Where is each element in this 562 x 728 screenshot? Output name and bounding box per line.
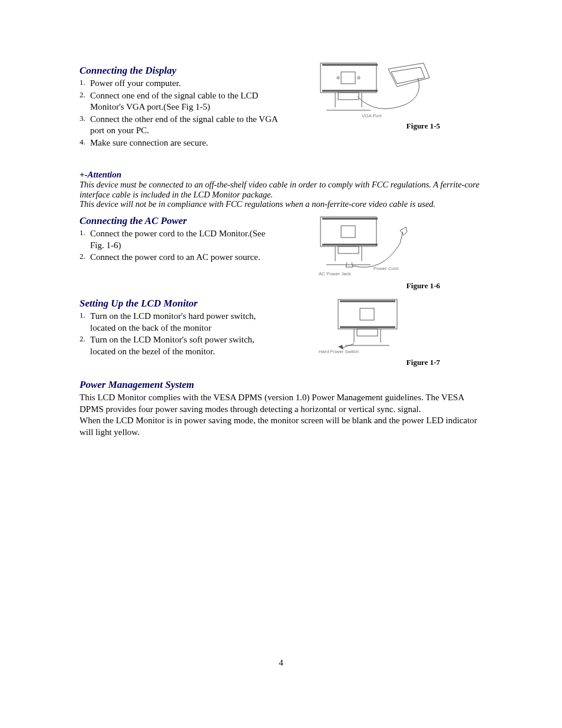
svg-rect-3: [341, 72, 355, 84]
monitor-switch-diagram-icon: Hard Power Switch: [318, 297, 424, 355]
svg-rect-13: [341, 226, 355, 238]
figure-1-7-caption: Figure 1-7: [318, 358, 440, 367]
figure-1-5-caption: Figure 1-5: [318, 121, 440, 131]
svg-rect-10: [320, 217, 376, 246]
setting-up-list: 1.Turn on the LCD monitor's hard power s…: [80, 311, 280, 357]
vga-port-label: VGA Port: [362, 113, 382, 118]
figure-1-5: VGA Port Figure 1-5: [318, 60, 482, 131]
svg-rect-22: [357, 329, 378, 336]
list-item: 3.Connect the other end of the signal ca…: [80, 114, 280, 137]
svg-rect-0: [320, 63, 376, 93]
list-item: 1.Connect the power cord to the LCD Moni…: [80, 228, 280, 251]
section-connecting-ac-power: AC Power Jack Power Cord Figure 1-6 Conn…: [80, 215, 482, 292]
list-item: 2.Connect one end of the signal cable to…: [80, 90, 280, 113]
attention-heading: +-Attention: [80, 170, 482, 180]
svg-point-4: [337, 77, 339, 79]
heading-power-management: Power Management System: [80, 379, 482, 391]
hard-power-switch-label: Hard Power Switch: [319, 349, 359, 354]
section-connecting-display: VGA Port Figure 1-5 Connecting the Displ…: [80, 65, 482, 153]
figure-1-6-caption: Figure 1-6: [318, 281, 440, 291]
power-management-body-1: This LCD Monitor complies with the VESA …: [80, 392, 482, 415]
section-setting-up: Hard Power Switch Figure 1-7 Setting Up …: [80, 298, 482, 368]
monitor-vga-diagram-icon: VGA Port: [318, 60, 447, 119]
ac-power-jack-label: AC Power Jack: [319, 271, 352, 276]
attention-body-2: This device will not be in compliance wi…: [80, 199, 482, 209]
power-management-body-2: When the LCD Monitor is in power saving …: [80, 415, 482, 438]
list-item: 4.Make sure connection are secure.: [80, 137, 280, 149]
svg-point-5: [358, 77, 360, 79]
attention-block: +-Attention This device must be connecte…: [80, 170, 482, 209]
svg-rect-21: [360, 308, 374, 320]
power-cord-label: Power Cord: [373, 266, 398, 271]
svg-rect-18: [338, 299, 397, 329]
connecting-display-list: 1.Power off your computer. 2.Connect one…: [80, 78, 280, 149]
attention-body-1: This device must be connected to an off-…: [80, 180, 482, 199]
svg-rect-14: [338, 246, 359, 253]
list-item: 1.Power off your computer.: [80, 78, 280, 90]
connecting-ac-power-list: 1.Connect the power cord to the LCD Moni…: [80, 228, 280, 263]
list-item: 2.Connect the power cord to an AC power …: [80, 252, 280, 263]
list-item: 1.Turn on the LCD monitor's hard power s…: [80, 311, 280, 334]
monitor-power-diagram-icon: AC Power Jack Power Cord: [318, 214, 424, 279]
figure-1-7: Hard Power Switch Figure 1-7: [318, 297, 482, 367]
list-item: 2.Turn on the LCD Monitor's soft power s…: [80, 334, 280, 357]
figure-1-6: AC Power Jack Power Cord Figure 1-6: [318, 214, 482, 291]
svg-rect-6: [338, 93, 359, 100]
section-power-management: Power Management System This LCD Monitor…: [80, 379, 482, 438]
page-number: 4: [0, 658, 562, 668]
